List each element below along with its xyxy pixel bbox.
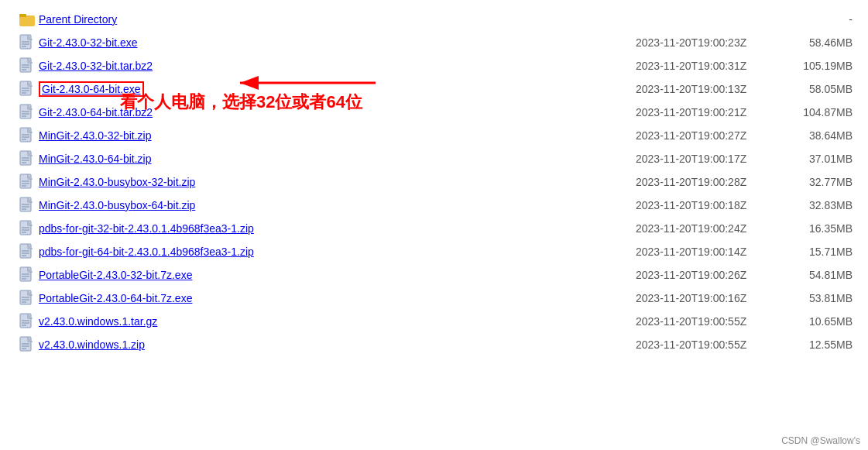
file-date-git-64-bz2: 2023-11-20T19:00:21Z [605,105,775,121]
file-name-mingit-64-zip[interactable]: MinGit-2.43.0-64-bit.zip [39,151,605,167]
file-name-v2-tar-gz[interactable]: v2.43.0.windows.1.tar.gz [39,314,605,330]
file-name-mingit-bb-32-zip[interactable]: MinGit-2.43.0-busybox-32-bit.zip [39,174,605,191]
file-name-parent-dir[interactable]: Parent Directory [39,12,605,28]
file-icon [15,104,39,121]
file-link-portablegit-64-7z[interactable]: PortableGit-2.43.0-64-bit.7z.exe [39,292,192,304]
file-size-git-64-bz2: 104.87MB [775,105,853,121]
file-list: Parent Directory- Git-2.43.0-32-bit.exe2… [0,0,868,364]
file-date-mingit-32-zip: 2023-11-20T19:00:27Z [605,128,775,144]
file-size-portablegit-64-7z: 53.81MB [775,290,853,307]
file-size-mingit-bb-64-zip: 32.83MB [775,198,853,214]
file-date-git-32-bz2: 2023-11-20T19:00:31Z [605,58,775,74]
file-row-pdbs-64-zip: pdbs-for-git-64-bit-2.43.0.1.4b968f3ea3-… [15,240,853,263]
folder-icon [15,11,39,28]
file-name-git-32-bz2[interactable]: Git-2.43.0-32-bit.tar.bz2 [39,58,605,74]
file-date-git-64-exe: 2023-11-20T19:00:13Z [605,81,775,98]
file-date-portablegit-32-7z: 2023-11-20T19:00:26Z [605,267,775,283]
file-row-portablegit-32-7z: PortableGit-2.43.0-32-bit.7z.exe2023-11-… [15,263,853,287]
file-size-v2-zip: 12.55MB [775,337,853,353]
file-name-git-64-bz2[interactable]: Git-2.43.0-64-bit.tar.bz2 [39,105,605,121]
file-name-portablegit-32-7z[interactable]: PortableGit-2.43.0-32-bit.7z.exe [39,267,605,283]
file-link-mingit-32-zip[interactable]: MinGit-2.43.0-32-bit.zip [39,129,152,142]
file-size-portablegit-32-7z: 54.81MB [775,267,853,283]
file-size-mingit-32-zip: 38.64MB [775,128,853,144]
file-row-pdbs-32-zip: pdbs-for-git-32-bit-2.43.0.1.4b968f3ea3-… [15,217,853,240]
file-date-mingit-64-zip: 2023-11-20T19:00:17Z [605,151,775,167]
file-icon [15,197,39,214]
file-row-git-64-bz2: Git-2.43.0-64-bit.tar.bz22023-11-20T19:0… [15,101,853,124]
file-link-v2-zip[interactable]: v2.43.0.windows.1.zip [39,338,145,351]
file-date-pdbs-64-zip: 2023-11-20T19:00:14Z [605,244,775,260]
file-size-v2-tar-gz: 10.65MB [775,314,853,330]
file-link-git-32-bz2[interactable]: Git-2.43.0-32-bit.tar.bz2 [39,60,153,72]
file-icon [15,313,39,330]
file-size-pdbs-32-zip: 16.35MB [775,221,853,237]
file-icon [15,243,39,260]
file-date-git-32-exe: 2023-11-20T19:00:23Z [605,35,775,51]
file-icon [15,266,39,283]
file-link-git-64-bz2[interactable]: Git-2.43.0-64-bit.tar.bz2 [39,106,153,119]
file-icon [15,290,39,307]
file-link-v2-tar-gz[interactable]: v2.43.0.windows.1.tar.gz [39,315,157,328]
svg-rect-0 [19,15,35,26]
file-row-git-32-bz2: Git-2.43.0-32-bit.tar.bz22023-11-20T19:0… [15,54,853,77]
file-row-parent-dir: Parent Directory- [15,8,853,31]
file-date-v2-tar-gz: 2023-11-20T19:00:55Z [605,314,775,330]
file-name-mingit-32-zip[interactable]: MinGit-2.43.0-32-bit.zip [39,128,605,144]
file-name-mingit-bb-64-zip[interactable]: MinGit-2.43.0-busybox-64-bit.zip [39,198,605,214]
file-icon [15,173,39,191]
file-link-git-64-exe[interactable]: Git-2.43.0-64-bit.exe [39,81,144,97]
file-name-pdbs-32-zip[interactable]: pdbs-for-git-32-bit-2.43.0.1.4b968f3ea3-… [39,221,605,237]
file-date-pdbs-32-zip: 2023-11-20T19:00:24Z [605,221,775,237]
file-icon [15,57,39,74]
file-row-v2-tar-gz: v2.43.0.windows.1.tar.gz2023-11-20T19:00… [15,310,853,333]
file-date-mingit-bb-64-zip: 2023-11-20T19:00:18Z [605,198,775,214]
file-icon [15,150,39,167]
svg-rect-1 [19,14,26,17]
file-row-v2-zip: v2.43.0.windows.1.zip2023-11-20T19:00:55… [15,333,853,356]
file-link-pdbs-32-zip[interactable]: pdbs-for-git-32-bit-2.43.0.1.4b968f3ea3-… [39,222,254,235]
file-date-portablegit-64-7z: 2023-11-20T19:00:16Z [605,290,775,307]
file-size-mingit-64-zip: 37.01MB [775,151,853,167]
file-name-portablegit-64-7z[interactable]: PortableGit-2.43.0-64-bit.7z.exe [39,290,605,307]
file-name-pdbs-64-zip[interactable]: pdbs-for-git-64-bit-2.43.0.1.4b968f3ea3-… [39,244,605,260]
file-icon [15,220,39,237]
file-row-portablegit-64-7z: PortableGit-2.43.0-64-bit.7z.exe2023-11-… [15,287,853,310]
file-size-mingit-bb-32-zip: 32.77MB [775,174,853,191]
file-name-v2-zip[interactable]: v2.43.0.windows.1.zip [39,337,605,353]
file-icon [15,127,39,144]
file-row-git-32-exe: Git-2.43.0-32-bit.exe2023-11-20T19:00:23… [15,31,853,54]
file-icon [15,34,39,51]
file-name-git-32-exe[interactable]: Git-2.43.0-32-bit.exe [39,35,605,51]
file-row-mingit-bb-32-zip: MinGit-2.43.0-busybox-32-bit.zip2023-11-… [15,170,853,194]
file-link-pdbs-64-zip[interactable]: pdbs-for-git-64-bit-2.43.0.1.4b968f3ea3-… [39,246,254,258]
file-row-mingit-32-zip: MinGit-2.43.0-32-bit.zip2023-11-20T19:00… [15,124,853,147]
file-row-mingit-64-zip: MinGit-2.43.0-64-bit.zip2023-11-20T19:00… [15,147,853,170]
file-link-parent-dir[interactable]: Parent Directory [39,13,117,26]
file-name-git-64-exe[interactable]: Git-2.43.0-64-bit.exe [39,81,605,98]
file-row-git-64-exe: Git-2.43.0-64-bit.exe2023-11-20T19:00:13… [15,77,853,101]
file-link-mingit-bb-64-zip[interactable]: MinGit-2.43.0-busybox-64-bit.zip [39,199,195,211]
watermark: CSDN @Swallow's [781,435,860,446]
file-size-git-64-exe: 58.05MB [775,81,853,98]
file-size-parent-dir: - [775,12,853,28]
file-date-v2-zip: 2023-11-20T19:00:55Z [605,337,775,353]
file-link-mingit-64-zip[interactable]: MinGit-2.43.0-64-bit.zip [39,153,152,165]
file-icon [15,81,39,98]
file-row-mingit-bb-64-zip: MinGit-2.43.0-busybox-64-bit.zip2023-11-… [15,194,853,217]
file-size-pdbs-64-zip: 15.71MB [775,244,853,260]
file-link-mingit-bb-32-zip[interactable]: MinGit-2.43.0-busybox-32-bit.zip [39,176,195,188]
file-size-git-32-exe: 58.46MB [775,35,853,51]
file-date-mingit-bb-32-zip: 2023-11-20T19:00:28Z [605,174,775,191]
file-icon [15,336,39,353]
file-size-git-32-bz2: 105.19MB [775,58,853,74]
file-link-portablegit-32-7z[interactable]: PortableGit-2.43.0-32-bit.7z.exe [39,269,192,281]
file-link-git-32-exe[interactable]: Git-2.43.0-32-bit.exe [39,36,138,49]
